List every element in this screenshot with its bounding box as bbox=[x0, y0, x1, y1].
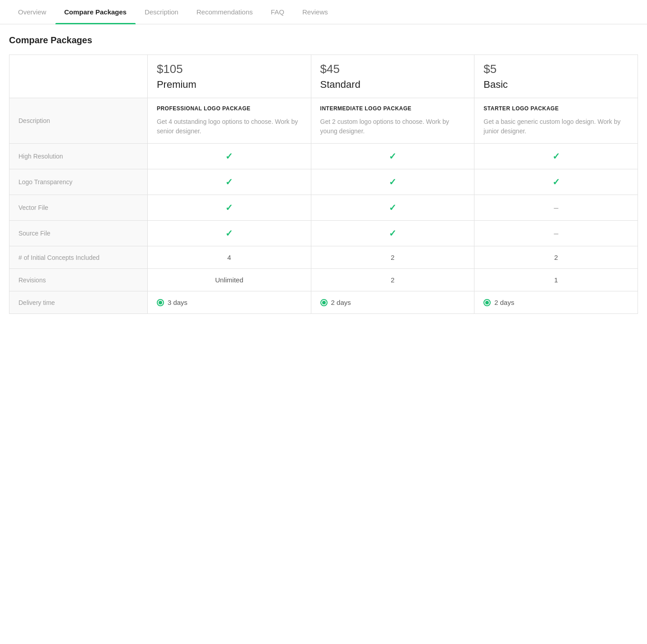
high-resolution-row: High Resolution ✓ ✓ ✓ bbox=[9, 144, 638, 169]
basic-source-file: – bbox=[474, 221, 638, 246]
standard-delivery-value: 2 days bbox=[331, 299, 351, 306]
basic-concepts-value: 2 bbox=[554, 254, 558, 261]
premium-revisions-value: Unlimited bbox=[215, 276, 243, 284]
basic-name: Basic bbox=[483, 79, 629, 91]
standard-vector-check-icon: ✓ bbox=[389, 203, 396, 213]
logo-transparency-label: Logo Transparency bbox=[9, 169, 148, 195]
premium-vector-check-icon: ✓ bbox=[225, 203, 233, 213]
standard-high-resolution: ✓ bbox=[311, 144, 474, 169]
initial-concepts-row: # of Initial Concepts Included 4 2 2 bbox=[9, 246, 638, 269]
source-file-label: Source File bbox=[9, 221, 148, 246]
tab-reviews[interactable]: Reviews bbox=[293, 0, 337, 24]
standard-vector-file: ✓ bbox=[311, 195, 474, 221]
basic-delivery-radio-icon bbox=[483, 299, 491, 306]
revisions-row: Revisions Unlimited 2 1 bbox=[9, 269, 638, 291]
standard-logo-transparency: ✓ bbox=[311, 169, 474, 195]
premium-initial-concepts: 4 bbox=[147, 246, 311, 269]
premium-desc-text: Get 4 outstanding logo options to choose… bbox=[157, 117, 302, 136]
basic-desc-text: Get a basic generic custom logo design. … bbox=[483, 117, 629, 136]
premium-source-check-icon: ✓ bbox=[225, 228, 233, 238]
premium-revisions: Unlimited bbox=[147, 269, 311, 291]
premium-delivery-radio-icon bbox=[157, 299, 164, 306]
premium-price: $105 bbox=[157, 62, 302, 76]
basic-delivery-value: 2 days bbox=[494, 299, 514, 306]
standard-delivery-radio-icon bbox=[320, 299, 328, 306]
basic-price: $5 bbox=[483, 62, 629, 76]
description-row: Description PROFESSIONAL LOGO PACKAGE Ge… bbox=[9, 98, 638, 144]
compare-table: $105 Premium $45 Standard $5 Basic Descr… bbox=[9, 54, 638, 314]
delivery-time-row: Delivery time 3 days 2 days bbox=[9, 291, 638, 314]
tab-description[interactable]: Description bbox=[136, 0, 187, 24]
premium-package-header: $105 Premium bbox=[147, 55, 311, 98]
standard-description: INTERMEDIATE LOGO PACKAGE Get 2 custom l… bbox=[311, 98, 474, 144]
basic-source-dash-icon: – bbox=[554, 229, 558, 238]
premium-name: Premium bbox=[157, 79, 302, 91]
standard-delivery-time: 2 days bbox=[311, 291, 474, 314]
empty-header-cell bbox=[9, 55, 148, 98]
delivery-time-label: Delivery time bbox=[9, 291, 148, 314]
initial-concepts-label: # of Initial Concepts Included bbox=[9, 246, 148, 269]
premium-concepts-value: 4 bbox=[228, 254, 231, 261]
standard-name: Standard bbox=[320, 79, 465, 91]
standard-delivery-radio-inner bbox=[322, 301, 326, 304]
premium-transparency-check-icon: ✓ bbox=[225, 177, 233, 187]
basic-transparency-check-icon: ✓ bbox=[552, 177, 560, 187]
premium-delivery-radio-inner bbox=[159, 301, 162, 304]
premium-delivery-time: 3 days bbox=[147, 291, 311, 314]
logo-transparency-row: Logo Transparency ✓ ✓ ✓ bbox=[9, 169, 638, 195]
standard-source-file: ✓ bbox=[311, 221, 474, 246]
premium-logo-transparency: ✓ bbox=[147, 169, 311, 195]
page-content: Compare Packages $105 Premium $45 Standa… bbox=[0, 24, 647, 325]
standard-desc-text: Get 2 custom logo options to choose. Wor… bbox=[320, 117, 465, 136]
tab-recommendations[interactable]: Recommendations bbox=[187, 0, 262, 24]
tab-compare-packages[interactable]: Compare Packages bbox=[55, 0, 136, 24]
navigation-tabs: Overview Compare Packages Description Re… bbox=[0, 0, 647, 24]
basic-vector-dash-icon: – bbox=[554, 203, 558, 212]
standard-high-res-check-icon: ✓ bbox=[389, 151, 396, 161]
standard-initial-concepts: 2 bbox=[311, 246, 474, 269]
premium-source-file: ✓ bbox=[147, 221, 311, 246]
vector-file-label: Vector File bbox=[9, 195, 148, 221]
basic-package-header: $5 Basic bbox=[474, 55, 638, 98]
description-label: Description bbox=[9, 98, 148, 144]
basic-delivery-time: 2 days bbox=[474, 291, 638, 314]
standard-price: $45 bbox=[320, 62, 465, 76]
basic-description: STARTER LOGO PACKAGE Get a basic generic… bbox=[474, 98, 638, 144]
premium-high-resolution: ✓ bbox=[147, 144, 311, 169]
revisions-label: Revisions bbox=[9, 269, 148, 291]
basic-high-resolution: ✓ bbox=[474, 144, 638, 169]
standard-desc-title: INTERMEDIATE LOGO PACKAGE bbox=[320, 105, 465, 112]
basic-revisions: 1 bbox=[474, 269, 638, 291]
standard-revisions-value: 2 bbox=[391, 276, 394, 284]
standard-concepts-value: 2 bbox=[391, 254, 394, 261]
header-row: $105 Premium $45 Standard $5 Basic bbox=[9, 55, 638, 98]
basic-logo-transparency: ✓ bbox=[474, 169, 638, 195]
premium-delivery-value: 3 days bbox=[168, 299, 187, 306]
page-title: Compare Packages bbox=[9, 35, 638, 45]
standard-package-header: $45 Standard bbox=[311, 55, 474, 98]
tab-overview[interactable]: Overview bbox=[9, 0, 55, 24]
tab-faq[interactable]: FAQ bbox=[262, 0, 293, 24]
basic-revisions-value: 1 bbox=[554, 276, 558, 284]
source-file-row: Source File ✓ ✓ – bbox=[9, 221, 638, 246]
vector-file-row: Vector File ✓ ✓ – bbox=[9, 195, 638, 221]
premium-high-res-check-icon: ✓ bbox=[225, 151, 233, 161]
basic-vector-file: – bbox=[474, 195, 638, 221]
basic-delivery-cell: 2 days bbox=[483, 299, 629, 306]
basic-delivery-radio-inner bbox=[485, 301, 489, 304]
standard-delivery-cell: 2 days bbox=[320, 299, 465, 306]
basic-initial-concepts: 2 bbox=[474, 246, 638, 269]
standard-source-check-icon: ✓ bbox=[389, 228, 396, 238]
basic-desc-title: STARTER LOGO PACKAGE bbox=[483, 105, 629, 112]
high-resolution-label: High Resolution bbox=[9, 144, 148, 169]
basic-high-res-check-icon: ✓ bbox=[552, 151, 560, 161]
premium-description: PROFESSIONAL LOGO PACKAGE Get 4 outstand… bbox=[147, 98, 311, 144]
standard-transparency-check-icon: ✓ bbox=[389, 177, 396, 187]
premium-desc-title: PROFESSIONAL LOGO PACKAGE bbox=[157, 105, 302, 112]
premium-delivery-cell: 3 days bbox=[157, 299, 302, 306]
standard-revisions: 2 bbox=[311, 269, 474, 291]
premium-vector-file: ✓ bbox=[147, 195, 311, 221]
